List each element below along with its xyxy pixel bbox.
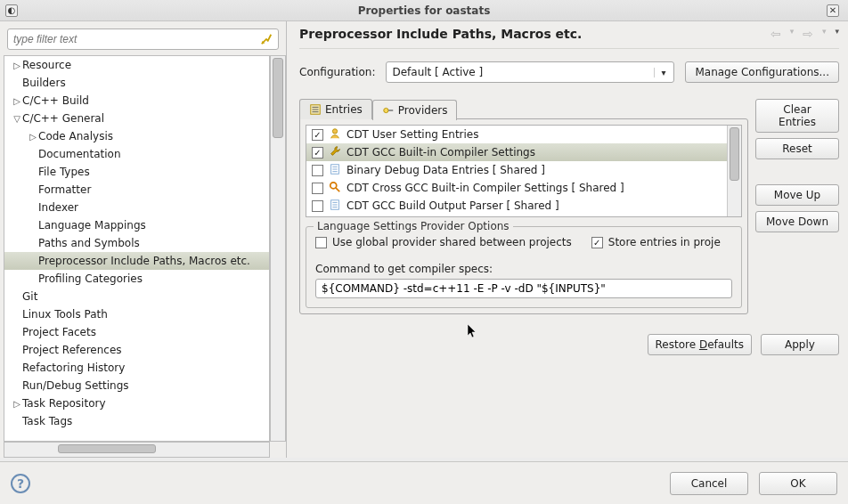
tab-entries[interactable]: Entries bbox=[299, 99, 372, 119]
tree-item-label: Run/Debug Settings bbox=[22, 379, 129, 392]
entries-tab-icon bbox=[309, 103, 322, 116]
nav-back-menu-icon[interactable]: ▾ bbox=[790, 27, 795, 41]
move-up-button[interactable]: Move Up bbox=[755, 184, 839, 206]
provider-row[interactable]: CDT Cross GCC Built-in Compiler Settings… bbox=[306, 179, 727, 197]
store-entries-label: Store entries in proje bbox=[608, 236, 721, 248]
providers-tab-panel: ✓CDT User Setting Entries✓CDT GCC Built-… bbox=[299, 118, 748, 314]
provider-row[interactable]: ✓CDT User Setting Entries bbox=[306, 126, 727, 143]
expander-closed-icon[interactable]: ▷ bbox=[12, 96, 22, 106]
tree-item[interactable]: ▷C/C++ Build bbox=[4, 92, 269, 110]
tree-horizontal-scrollbar[interactable] bbox=[4, 442, 270, 458]
tree-item[interactable]: Project Facets bbox=[4, 323, 269, 341]
tree-item-label: Task Tags bbox=[22, 415, 72, 427]
provider-checkbox[interactable] bbox=[312, 183, 323, 194]
tab-providers-label: Providers bbox=[398, 104, 448, 117]
tab-providers[interactable]: Providers bbox=[372, 100, 458, 120]
tree-item-label: Task Repository bbox=[22, 397, 106, 410]
svg-point-3 bbox=[332, 128, 337, 133]
restore-defaults-button[interactable]: Restore Defaults bbox=[648, 334, 752, 355]
tree-item[interactable]: ▷Resource bbox=[4, 56, 269, 74]
help-icon[interactable]: ? bbox=[11, 474, 30, 493]
providers-list[interactable]: ✓CDT User Setting Entries✓CDT GCC Built-… bbox=[306, 125, 742, 217]
provider-options-group: Language Settings Provider Options Use g… bbox=[306, 226, 742, 308]
wrench-icon bbox=[329, 145, 341, 160]
providers-tab-icon bbox=[382, 104, 395, 117]
tree-item[interactable]: File Types bbox=[4, 163, 269, 181]
provider-label: CDT GCC Build Output Parser [ Shared ] bbox=[347, 199, 559, 212]
close-icon[interactable]: ✕ bbox=[827, 4, 839, 17]
tree-vertical-scrollbar[interactable] bbox=[270, 55, 286, 442]
dialog-footer: ? Cancel OK bbox=[0, 461, 848, 504]
tree-item-label: Language Mappings bbox=[38, 219, 146, 232]
expander-closed-icon[interactable]: ▷ bbox=[12, 61, 22, 70]
tree-item[interactable]: Task Tags bbox=[4, 412, 269, 430]
tree-item[interactable]: ▷Task Repository bbox=[4, 394, 269, 412]
expander-closed-icon[interactable]: ▷ bbox=[12, 399, 22, 409]
provider-checkbox[interactable] bbox=[312, 200, 323, 212]
page-heading: Preprocessor Include Paths, Macros etc. bbox=[299, 27, 582, 41]
tree-item[interactable]: Documentation bbox=[4, 145, 269, 163]
window-menu-icon[interactable]: ◐ bbox=[5, 4, 18, 17]
nav-forward-menu-icon[interactable]: ▾ bbox=[822, 27, 827, 41]
tree-item[interactable]: ▽C/C++ General bbox=[4, 110, 269, 127]
expander-closed-icon[interactable]: ▷ bbox=[28, 132, 38, 142]
svg-rect-2 bbox=[388, 110, 393, 111]
provider-row[interactable]: ✓CDT GCC Built-in Compiler Settings bbox=[306, 143, 727, 161]
reset-button[interactable]: Reset bbox=[755, 138, 839, 159]
command-input[interactable] bbox=[315, 279, 732, 298]
doc-icon bbox=[329, 163, 341, 178]
tree-item[interactable]: Language Mappings bbox=[4, 216, 269, 234]
tree-item-label: Documentation bbox=[38, 148, 121, 160]
tree-item[interactable]: Linux Tools Path bbox=[4, 305, 269, 323]
command-label: Command to get compiler specs: bbox=[315, 263, 732, 275]
provider-options-title: Language Settings Provider Options bbox=[314, 220, 513, 232]
tree-item-label: Builders bbox=[22, 77, 66, 89]
provider-checkbox[interactable]: ✓ bbox=[312, 147, 323, 159]
nav-overflow-menu-icon[interactable]: ▾ bbox=[835, 27, 839, 41]
tree-item[interactable]: Indexer bbox=[4, 199, 269, 216]
move-down-button[interactable]: Move Down bbox=[755, 211, 839, 232]
use-global-checkbox[interactable] bbox=[315, 237, 327, 248]
cancel-button[interactable]: Cancel bbox=[670, 472, 748, 495]
category-tree[interactable]: ▷ResourceBuilders▷C/C++ Build▽C/C++ Gene… bbox=[4, 55, 270, 442]
tree-item[interactable]: Profiling Categories bbox=[4, 270, 269, 288]
tree-item[interactable]: Builders bbox=[4, 74, 269, 92]
apply-button[interactable]: Apply bbox=[761, 334, 839, 355]
provider-checkbox[interactable] bbox=[312, 165, 323, 176]
nav-back-icon[interactable]: ⇦ bbox=[771, 27, 781, 41]
tree-item[interactable]: Paths and Symbols bbox=[4, 234, 269, 252]
tree-item[interactable]: Project References bbox=[4, 341, 269, 359]
titlebar: ◐ Properties for oastats ✕ bbox=[0, 0, 848, 21]
configuration-label: Configuration: bbox=[299, 66, 375, 78]
tree-item-label: Refactoring History bbox=[22, 362, 125, 374]
list-vertical-scrollbar[interactable] bbox=[727, 126, 741, 216]
svg-point-1 bbox=[384, 108, 388, 112]
filter-field-wrap[interactable] bbox=[7, 28, 279, 50]
tree-item[interactable]: Refactoring History bbox=[4, 359, 269, 377]
filter-input[interactable] bbox=[13, 33, 260, 45]
tree-item-label: Indexer bbox=[38, 201, 78, 214]
tree-item[interactable]: ▷Code Analysis bbox=[4, 127, 269, 145]
tree-item-label: Project References bbox=[22, 344, 122, 356]
store-entries-checkbox[interactable]: ✓ bbox=[591, 237, 603, 248]
provider-row[interactable]: CDT GCC Build Output Parser [ Shared ] bbox=[306, 197, 727, 215]
use-global-label: Use global provider shared between proje… bbox=[332, 236, 572, 248]
manage-configurations-button[interactable]: Manage Configurations... bbox=[685, 61, 839, 83]
expander-open-icon[interactable]: ▽ bbox=[12, 114, 22, 124]
provider-row[interactable]: Binary Debug Data Entries [ Shared ] bbox=[306, 161, 727, 179]
tree-item-label: C/C++ Build bbox=[22, 94, 89, 107]
tree-item[interactable]: Run/Debug Settings bbox=[4, 377, 269, 394]
clear-entries-button[interactable]: Clear Entries bbox=[755, 99, 839, 133]
configuration-combo[interactable]: Default [ Active ] ▾ bbox=[386, 61, 674, 83]
tree-item-label: Project Facets bbox=[22, 326, 96, 338]
tree-item-label: C/C++ General bbox=[22, 112, 104, 125]
tree-item[interactable]: Git bbox=[4, 288, 269, 305]
ok-button[interactable]: OK bbox=[759, 472, 837, 495]
clear-filter-icon[interactable] bbox=[260, 33, 273, 45]
window-title: Properties for oastats bbox=[21, 4, 827, 17]
provider-label: CDT Cross GCC Built-in Compiler Settings… bbox=[347, 182, 624, 194]
tree-item[interactable]: Preprocessor Include Paths, Macros etc. bbox=[4, 252, 269, 270]
tree-item[interactable]: Formatter bbox=[4, 181, 269, 199]
nav-forward-icon[interactable]: ⇨ bbox=[803, 27, 813, 41]
provider-checkbox[interactable]: ✓ bbox=[312, 129, 323, 141]
